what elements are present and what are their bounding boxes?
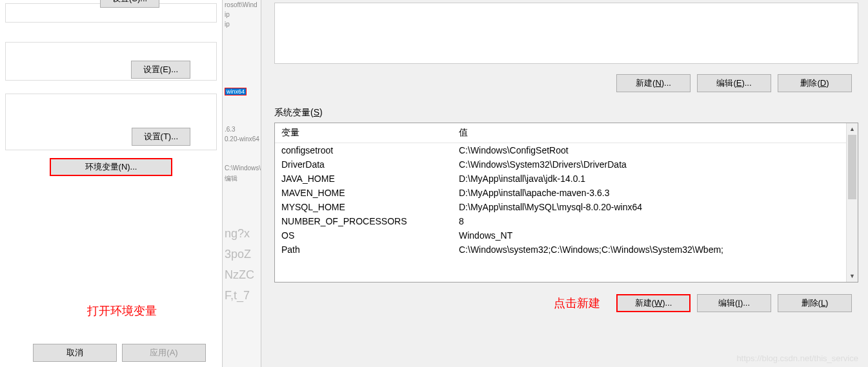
scroll-up-icon[interactable]: ▲	[847, 123, 858, 135]
table-row[interactable]: JAVA_HOMED:\MyApp\install\java\jdk-14.0.…	[275, 172, 858, 186]
col-header-value[interactable]: 值	[452, 123, 858, 143]
system-variables-listbox[interactable]: 变量 值 configsetrootC:\Windows\ConfigSetRo…	[274, 123, 858, 283]
system-vars-buttons: 点击新建 新建(W)... 编辑(I)... 删除(L)	[274, 283, 858, 312]
cell-val: D:\MyApp\install\apache-maven-3.6.3	[452, 186, 858, 200]
cell-var: MAVEN_HOME	[275, 186, 452, 200]
btn-label: 新建(W)...	[635, 297, 672, 309]
btn-label: 编辑(E)...	[716, 77, 751, 89]
bg-gray: NzZC	[223, 264, 261, 285]
col-header-variable[interactable]: 变量	[275, 123, 452, 143]
bg-text: C:\Windows\	[223, 163, 261, 173]
settings-e-button[interactable]: 设置(E)...	[131, 61, 190, 79]
cell-var: NUMBER_OF_PROCESSORS	[275, 214, 452, 228]
cell-val: 8	[452, 214, 858, 228]
bg-gray: 3poZ	[223, 244, 261, 264]
cell-var: MYSQL_HOME	[275, 200, 452, 214]
system-variables-label: 系统变量(S)	[274, 102, 858, 123]
cell-val: D:\MyApp\install\java\jdk-14.0.1	[452, 172, 858, 186]
cell-val: C:\Windows\ConfigSetRoot	[452, 143, 858, 158]
annotation-click-new: 点击新建	[554, 295, 600, 311]
left-bottom-buttons: 取消 应用(A)	[0, 344, 222, 362]
table-row[interactable]: MAVEN_HOMED:\MyApp\install\apache-maven-…	[275, 186, 858, 200]
scrollbar-vertical[interactable]: ▲ ▼	[846, 123, 858, 282]
btn-label: 删除(D)	[800, 77, 829, 89]
bg-highlight: winx64	[225, 88, 247, 95]
cell-val: C:\Windows\System32\Drivers\DriverData	[452, 157, 858, 172]
section-3: 环境变量(N)...	[5, 158, 217, 176]
bg-gray: ng?x	[223, 223, 261, 244]
bg-text: 编辑	[223, 173, 261, 184]
system-new-button[interactable]: 新建(W)...	[616, 294, 691, 312]
background-strip: rosoft\Wind ip ip winx64 .6.3 0.20-winx6…	[223, 0, 261, 367]
section-2: 设置(T)...	[5, 94, 217, 150]
apply-button[interactable]: 应用(A)	[122, 344, 206, 362]
annotation-open-env: 打开环境变量	[87, 303, 157, 319]
cell-val: C:\Windows\system32;C:\Windows;C:\Window…	[452, 243, 858, 257]
section-1: 设置(E)...	[5, 42, 217, 81]
watermark: https://blog.csdn.net/this_service	[736, 353, 858, 363]
cell-var: OS	[275, 228, 452, 243]
cell-var: DriverData	[275, 157, 452, 172]
user-vars-buttons: 新建(N)... 编辑(E)... 删除(D)	[274, 70, 858, 102]
user-variables-listbox[interactable]	[274, 3, 858, 64]
btn-label: 编辑(I)...	[718, 297, 750, 309]
bg-text: 0.20-winx64	[223, 134, 261, 144]
bg-text: rosoft\Wind	[223, 0, 261, 10]
cell-val: Windows_NT	[452, 228, 858, 243]
table-row[interactable]: configsetrootC:\Windows\ConfigSetRoot	[275, 143, 858, 158]
cell-val: D:\MyApp\install\MySQL\mysql-8.0.20-winx…	[452, 200, 858, 214]
table-row[interactable]: MYSQL_HOMED:\MyApp\install\MySQL\mysql-8…	[275, 200, 858, 214]
settings-s-button[interactable]: 设置(S)...	[100, 0, 159, 8]
bg-text: .6.3	[223, 124, 261, 134]
bg-gray: F,t_7	[223, 285, 261, 306]
cancel-button[interactable]: 取消	[33, 344, 117, 362]
settings-t-button[interactable]: 设置(T)...	[132, 128, 190, 146]
system-delete-button[interactable]: 删除(L)	[778, 294, 852, 312]
cell-var: configsetroot	[275, 143, 452, 158]
system-edit-button[interactable]: 编辑(I)...	[697, 294, 771, 312]
btn-label: 新建(N)...	[636, 77, 671, 89]
environment-variables-dialog: 新建(N)... 编辑(E)... 删除(D) 系统变量(S) 变量 值 con…	[261, 0, 868, 367]
user-delete-button[interactable]: 删除(D)	[778, 74, 852, 92]
scroll-thumb[interactable]	[848, 135, 856, 199]
table-row[interactable]: OSWindows_NT	[275, 228, 858, 243]
environment-variables-button[interactable]: 环境变量(N)...	[50, 158, 172, 176]
cell-var: Path	[275, 243, 452, 257]
btn-label: 删除(L)	[802, 297, 829, 309]
scroll-down-icon[interactable]: ▼	[847, 270, 858, 282]
cell-var: JAVA_HOME	[275, 172, 452, 186]
user-edit-button[interactable]: 编辑(E)...	[697, 74, 771, 92]
bg-text: ip	[223, 19, 261, 29]
table-row[interactable]: NUMBER_OF_PROCESSORS8	[275, 214, 858, 228]
system-properties-panel: 设置(S)... 设置(E)... 设置(T)... 环境变量(N)... 打开…	[0, 0, 223, 367]
table-row[interactable]: DriverDataC:\Windows\System32\Drivers\Dr…	[275, 157, 858, 172]
table-row[interactable]: PathC:\Windows\system32;C:\Windows;C:\Wi…	[275, 243, 858, 257]
user-new-button[interactable]: 新建(N)...	[616, 74, 691, 92]
bg-text: ip	[223, 10, 261, 19]
system-variables-table: 变量 值 configsetrootC:\Windows\ConfigSetRo…	[275, 123, 858, 257]
